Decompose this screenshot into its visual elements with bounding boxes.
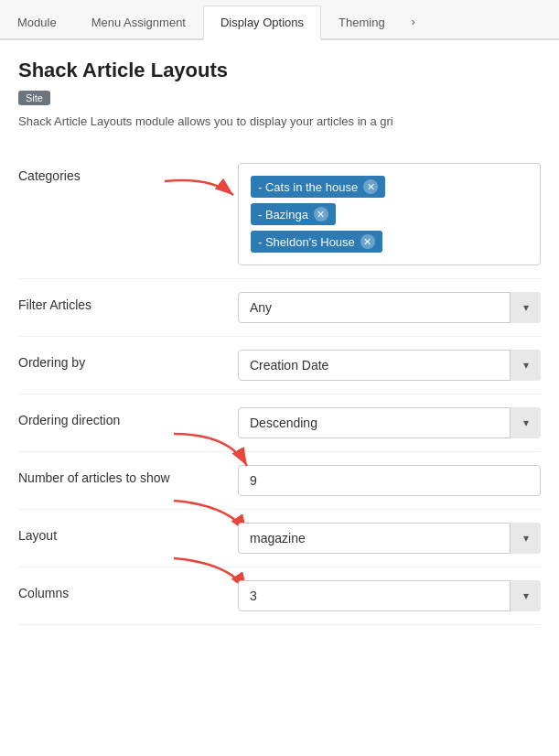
categories-label: Categories: [18, 163, 238, 183]
ordering-by-field: Creation Date Modified Date Title ID ▾: [238, 350, 541, 381]
filter-articles-select[interactable]: Any Featured Only No Featured: [238, 292, 541, 323]
filter-articles-label: Filter Articles: [18, 292, 238, 312]
ordering-by-label: Ordering by: [18, 350, 238, 370]
categories-box[interactable]: - Cats in the house ✕ - Bazinga ✕ - Shel…: [238, 163, 541, 265]
site-badge: Site: [18, 91, 50, 105]
columns-row: Columns 1 2 3 4 5 6 ▾: [18, 567, 541, 625]
columns-select[interactable]: 1 2 3 4 5 6: [238, 580, 541, 611]
columns-field: 1 2 3 4 5 6 ▾: [238, 580, 541, 611]
category-tag-sheldon: - Sheldon's House ✕: [251, 231, 382, 253]
ordering-dir-row: Ordering direction Descending Ascending …: [18, 394, 541, 452]
layout-label: Layout: [18, 523, 238, 543]
layout-field: magazine grid list ▾: [238, 523, 541, 554]
ordering-dir-select-wrapper: Descending Ascending ▾: [238, 407, 541, 438]
tab-theming[interactable]: Theming: [321, 5, 403, 40]
tab-more[interactable]: ›: [403, 5, 425, 38]
categories-row: Categories - Cats in the house: [18, 150, 541, 279]
filter-articles-field: Any Featured Only No Featured ▾: [238, 292, 541, 323]
category-tag-label: - Cats in the house: [258, 180, 358, 194]
columns-select-wrapper: 1 2 3 4 5 6 ▾: [238, 580, 541, 611]
num-articles-row: Number of articles to show: [18, 452, 541, 510]
ordering-by-row: Ordering by Creation Date Modified Date …: [18, 337, 541, 394]
layout-select[interactable]: magazine grid list: [238, 523, 541, 554]
page-title: Shack Article Layouts: [18, 59, 541, 82]
ordering-by-select-wrapper: Creation Date Modified Date Title ID ▾: [238, 350, 541, 381]
ordering-dir-field: Descending Ascending ▾: [238, 407, 541, 438]
layout-row: Layout magazine grid list ▾: [18, 510, 541, 567]
page-description: Shack Article Layouts module allows you …: [18, 114, 541, 128]
num-articles-label: Number of articles to show: [18, 465, 238, 485]
columns-label: Columns: [18, 580, 238, 600]
tab-menu-assignment[interactable]: Menu Assignment: [74, 5, 203, 40]
category-tag-remove[interactable]: ✕: [314, 207, 328, 221]
category-tag-label: - Bazinga: [258, 208, 308, 221]
category-tag-remove[interactable]: ✕: [363, 179, 378, 194]
tab-display-options[interactable]: Display Options: [203, 5, 321, 40]
ordering-dir-select[interactable]: Descending Ascending: [238, 407, 541, 438]
main-content: Shack Article Layouts Site Shack Article…: [0, 40, 559, 643]
num-articles-field: [238, 465, 541, 496]
tabs-bar: Module Menu Assignment Display Options T…: [0, 0, 559, 40]
category-tag-bazinga: - Bazinga ✕: [251, 203, 336, 225]
filter-articles-select-wrapper: Any Featured Only No Featured ▾: [238, 292, 541, 323]
category-tag-cats: - Cats in the house ✕: [251, 176, 385, 198]
categories-field: - Cats in the house ✕ - Bazinga ✕ - Shel…: [238, 163, 541, 265]
category-tag-label: - Sheldon's House: [258, 235, 355, 249]
tab-module[interactable]: Module: [0, 5, 74, 40]
ordering-by-select[interactable]: Creation Date Modified Date Title ID: [238, 350, 541, 381]
num-articles-input[interactable]: [238, 465, 541, 496]
ordering-dir-label: Ordering direction: [18, 407, 238, 427]
category-tag-remove[interactable]: ✕: [360, 234, 375, 249]
layout-select-wrapper: magazine grid list ▾: [238, 523, 541, 554]
filter-articles-row: Filter Articles Any Featured Only No Fea…: [18, 279, 541, 337]
